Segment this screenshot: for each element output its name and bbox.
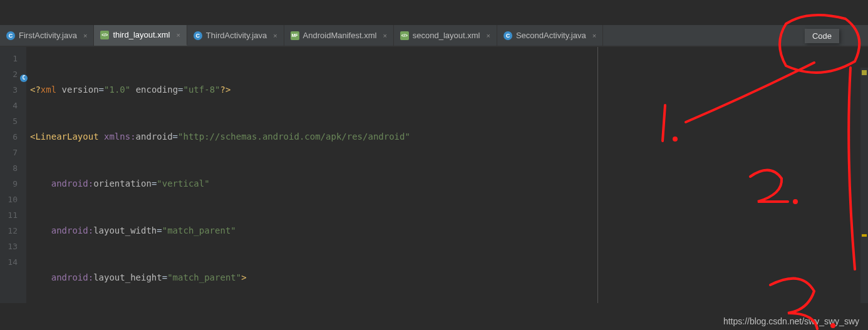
xml-attr: encoding (136, 85, 178, 95)
tab-second-activity[interactable]: C SecondActivity.java × (497, 25, 603, 46)
tab-third-activity[interactable]: C ThirdActivity.java × (187, 25, 284, 46)
xml-string: "match_parent" (162, 225, 236, 235)
line-number: 14 (0, 254, 26, 270)
tab-label: second_layout.xml (413, 31, 480, 40)
java-file-icon: C (504, 31, 512, 40)
close-icon[interactable]: × (590, 32, 596, 39)
tab-third-layout[interactable]: </> third_layout.xml × (94, 25, 187, 46)
xml-ns: android: (51, 178, 93, 188)
xml-pi: ?> (220, 85, 231, 95)
tab-label: ThirdActivity.java (206, 31, 267, 40)
xml-kw: xml (41, 85, 62, 95)
xml-string: "1.0" (104, 85, 130, 95)
xml-attr: version (62, 85, 99, 95)
xml-ns: android: (51, 272, 93, 282)
line-number: 5 (0, 113, 26, 129)
tab-label: FirstActivity.java (19, 31, 77, 40)
xml-tag: LinearLayout (35, 131, 104, 142)
xml-string: "match_parent" (167, 272, 241, 282)
xml-attr: layout_height (93, 272, 162, 282)
xml-ns: android: (51, 225, 93, 235)
line-number: 6 (0, 129, 26, 145)
line-number: 8 (0, 160, 26, 176)
code-content[interactable]: <?xml version="1.0" encoding="utf-8"?> <… (26, 47, 597, 303)
tab-android-manifest[interactable]: MF AndroidManifest.xml × (284, 25, 394, 46)
close-icon[interactable]: × (173, 31, 180, 39)
java-file-icon: C (194, 31, 202, 40)
line-number: 2C (0, 66, 26, 82)
xml-attr: orientation (93, 178, 152, 188)
xml-attr: layout_width (93, 225, 157, 235)
close-icon[interactable]: × (81, 32, 87, 39)
close-icon[interactable]: × (271, 32, 277, 39)
tab-first-activity[interactable]: C FirstActivity.java × (0, 25, 94, 46)
code-editor: 1 2C 3 4 5 6 7 8 9 10 11 12 13 14 <?xml … (0, 46, 868, 303)
line-number-gutter: 1 2C 3 4 5 6 7 8 9 10 11 12 13 14 (0, 47, 26, 303)
warning-marker[interactable] (862, 234, 867, 237)
tab-second-layout[interactable]: </> second_layout.xml × (394, 25, 497, 46)
close-icon[interactable]: × (483, 32, 490, 39)
line-number: 13 (0, 239, 26, 254)
line-number: 11 (0, 207, 26, 223)
xml-string: "vertical" (157, 178, 209, 188)
line-number: 4 (0, 98, 26, 113)
line-number: 3 (0, 82, 26, 98)
xml-string: "utf-8" (183, 85, 220, 95)
tab-label: AndroidManifest.xml (303, 31, 377, 40)
warning-marker[interactable] (862, 70, 867, 75)
xml-ns: xmlns: (104, 131, 136, 142)
line-number: 10 (0, 192, 26, 207)
layout-preview-pane[interactable] (597, 47, 868, 303)
tab-label: third_layout.xml (113, 30, 170, 39)
line-number: 9 (0, 176, 26, 192)
java-file-icon: C (6, 31, 15, 40)
error-stripe[interactable] (860, 68, 868, 303)
editor-tab-bar: C FirstActivity.java × </> third_layout.… (0, 25, 868, 46)
watermark-text: https://blog.csdn.net/swy_swy_swy (723, 316, 859, 326)
tab-label: SecondActivity.java (516, 31, 586, 40)
xml-attr: android (136, 131, 173, 142)
tooltip-code: Code (805, 29, 839, 43)
line-number: 1 (0, 51, 26, 66)
xml-string: "http://schemas.android.com/apk/res/andr… (178, 131, 410, 142)
xml-file-icon: </> (400, 31, 409, 40)
close-icon[interactable]: × (380, 32, 386, 39)
xml-pi: <? (30, 85, 41, 95)
line-number: 7 (0, 145, 26, 160)
line-number: 12 (0, 223, 26, 239)
xml-file-icon: </> (100, 31, 109, 39)
manifest-file-icon: MF (291, 31, 299, 40)
